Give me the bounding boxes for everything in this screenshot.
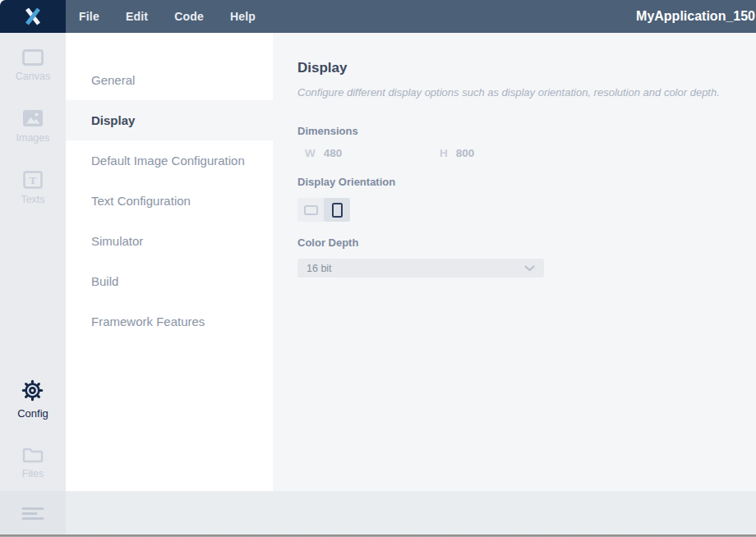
folder-icon — [22, 447, 44, 463]
chevron-down-icon — [524, 265, 535, 272]
log-panel-toggle[interactable] — [0, 491, 66, 535]
activity-item-canvas[interactable]: Canvas — [16, 49, 50, 82]
status-bar-area — [66, 491, 756, 535]
width-prefix: W — [305, 147, 316, 159]
orientation-toggle-group — [297, 198, 350, 222]
window-title: MyApplication_150 — [636, 9, 756, 24]
gear-icon — [21, 379, 44, 402]
page-subtitle: Configure different display options such… — [297, 86, 731, 99]
landscape-icon — [304, 205, 318, 215]
orientation-landscape-button[interactable] — [297, 198, 324, 222]
svg-text:T: T — [29, 174, 36, 186]
height-field[interactable]: H 800 — [432, 147, 567, 159]
display-settings-panel: Display Configure different display opti… — [273, 33, 756, 491]
width-field[interactable]: W 480 — [297, 147, 432, 159]
nav-item-build[interactable]: Build — [66, 261, 273, 301]
images-icon — [22, 109, 44, 127]
app-window: File Edit Code Help MyApplication_150 Ca… — [0, 0, 756, 537]
nav-item-framework-features[interactable]: Framework Features — [66, 301, 273, 342]
nav-item-text-configuration[interactable]: Text Configuration — [66, 181, 273, 221]
app-logo — [0, 0, 66, 33]
orientation-label: Display Orientation — [297, 176, 731, 188]
nav-item-default-image-configuration[interactable]: Default Image Configuration — [66, 140, 273, 181]
page-title: Display — [297, 60, 731, 76]
menu-help[interactable]: Help — [230, 10, 256, 23]
menu-code[interactable]: Code — [174, 10, 204, 23]
activity-item-texts[interactable]: T Texts — [21, 171, 44, 205]
menu-file[interactable]: File — [79, 10, 99, 23]
dimensions-row: W 480 H 800 — [297, 147, 731, 159]
width-value: 480 — [324, 147, 343, 159]
activity-label: Files — [22, 468, 44, 480]
titlebar: File Edit Code Help MyApplication_150 — [0, 0, 756, 33]
main-area: Canvas Images T Texts — [0, 33, 756, 491]
dimensions-label: Dimensions — [297, 125, 731, 137]
portrait-icon — [332, 203, 343, 218]
nav-item-display[interactable]: Display — [66, 100, 273, 140]
menubar: File Edit Code Help — [79, 10, 256, 23]
activity-label: Canvas — [16, 71, 50, 82]
color-depth-select[interactable]: 16 bit — [297, 259, 544, 278]
canvas-icon — [22, 49, 44, 66]
activity-item-files[interactable]: Files — [22, 447, 44, 480]
activity-label: Texts — [21, 194, 44, 205]
nav-item-general[interactable]: General — [66, 60, 273, 100]
height-prefix: H — [440, 147, 448, 159]
menu-edit[interactable]: Edit — [126, 10, 148, 23]
color-depth-label: Color Depth — [297, 236, 731, 249]
config-nav: General Display Default Image Configurat… — [66, 33, 273, 491]
x-logo-icon — [22, 6, 44, 27]
activity-label: Config — [17, 407, 48, 420]
activity-item-config[interactable]: Config — [17, 379, 48, 420]
activity-label: Images — [16, 132, 50, 144]
log-lines-icon — [21, 506, 45, 521]
texts-icon: T — [23, 171, 43, 189]
bottom-bar — [0, 491, 756, 535]
color-depth-value: 16 bit — [307, 263, 332, 274]
orientation-portrait-button[interactable] — [324, 198, 350, 222]
activity-bar: Canvas Images T Texts — [0, 33, 66, 491]
height-value: 800 — [456, 147, 475, 159]
activity-item-images[interactable]: Images — [16, 109, 50, 144]
nav-item-simulator[interactable]: Simulator — [66, 221, 273, 261]
